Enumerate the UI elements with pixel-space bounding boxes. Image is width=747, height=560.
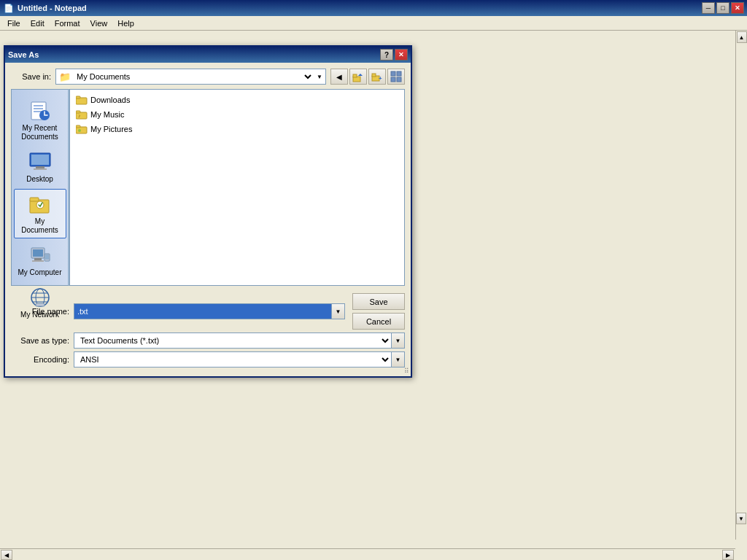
main-scrollbar-horizontal[interactable]: ◀ ▶ <box>0 548 735 560</box>
main-area: Save As ? ✕ Save in: 📁 My Documents ▼ ◀ <box>0 31 747 560</box>
svg-rect-17 <box>34 168 47 170</box>
file-item-downloads[interactable]: Downloads <box>73 93 401 107</box>
filename-input-wrap[interactable]: ▼ <box>74 303 345 319</box>
svg-point-40 <box>78 129 81 132</box>
notepad-icon: 📄 <box>3 2 15 14</box>
dialog-title: Save As <box>8 50 39 59</box>
svg-text:+: + <box>379 75 382 82</box>
svg-rect-8 <box>397 77 401 82</box>
dialog-help-button[interactable]: ? <box>380 49 393 61</box>
encoding-dropdown-arrow[interactable]: ▼ <box>391 352 404 367</box>
encoding-row: Encoding: ANSI Unicode UTF-8 ▼ <box>11 351 405 368</box>
folder-icon-mymusic: ♪ <box>76 109 88 120</box>
svg-rect-15 <box>31 155 49 165</box>
filetype-label: Save as type: <box>11 336 69 345</box>
maximize-button[interactable]: □ <box>716 2 729 14</box>
file-name-mypictures: My Pictures <box>90 125 132 133</box>
folder-icon-downloads <box>76 94 88 106</box>
save-button[interactable]: Save <box>352 293 405 310</box>
save-cancel-buttons: Save Cancel <box>352 293 405 330</box>
desktop-icon <box>28 150 52 174</box>
resize-grip: ⠿ <box>404 368 409 375</box>
file-name-mymusic: My Music <box>90 110 124 119</box>
svg-text:♪: ♪ <box>78 113 81 118</box>
menu-format[interactable]: Format <box>50 18 85 29</box>
view-button[interactable] <box>387 69 405 85</box>
filename-input[interactable] <box>74 304 331 319</box>
menu-file[interactable]: File <box>3 18 25 29</box>
sidebar: My RecentDocuments Desktop <box>11 89 69 286</box>
svg-rect-5 <box>391 71 395 76</box>
dialog-main: My RecentDocuments Desktop <box>11 89 405 286</box>
menu-bar: File Edit Format View Help <box>0 16 747 31</box>
mycomputer-icon <box>28 244 52 267</box>
menu-help[interactable]: Help <box>113 18 139 29</box>
sidebar-recent-label: My RecentDocuments <box>21 124 58 141</box>
encoding-select[interactable]: ANSI Unicode UTF-8 <box>74 352 391 367</box>
filetype-select[interactable]: Text Documents (*.txt) All Files (*.*) <box>74 333 391 348</box>
svg-rect-26 <box>45 254 49 260</box>
main-scrollbar[interactable]: ▲ ▼ <box>735 31 747 540</box>
filename-row: File name: ▼ Save Cancel <box>11 293 405 330</box>
file-item-mypictures[interactable]: My Pictures <box>73 122 401 136</box>
file-item-mymusic[interactable]: ♪ My Music <box>73 107 401 122</box>
sidebar-desktop-label: Desktop <box>26 175 53 184</box>
menu-view[interactable]: View <box>86 18 112 29</box>
mydocs-icon <box>28 192 52 216</box>
dialog-fields: File name: ▼ Save Cancel Save as type: <box>11 290 405 370</box>
save-in-label: Save in: <box>11 72 51 81</box>
dialog-close-button[interactable]: ✕ <box>395 49 408 61</box>
scroll-left-button[interactable]: ◀ <box>1 550 12 560</box>
sidebar-mycomputer-label: My Computer <box>18 268 61 277</box>
dialog-content: Save in: 📁 My Documents ▼ ◀ <box>5 63 411 376</box>
sidebar-item-desktop[interactable]: Desktop <box>14 147 66 187</box>
file-name-downloads: Downloads <box>90 96 130 104</box>
close-button[interactable]: ✕ <box>731 2 744 14</box>
filename-label: File name: <box>11 307 69 316</box>
svg-rect-7 <box>391 77 395 82</box>
svg-rect-6 <box>397 71 401 76</box>
new-folder-button[interactable]: + <box>368 69 386 85</box>
back-button[interactable]: ◀ <box>330 69 348 85</box>
sidebar-item-mydocs[interactable]: My Documents <box>14 189 66 238</box>
filetype-dropdown-arrow[interactable]: ▼ <box>391 333 404 348</box>
save-in-select[interactable]: My Documents <box>74 71 314 82</box>
file-list[interactable]: Downloads ♪ My Music <box>69 89 405 286</box>
save-in-row: Save in: 📁 My Documents ▼ ◀ <box>11 69 405 85</box>
svg-rect-1 <box>353 74 357 77</box>
minimize-button[interactable]: ─ <box>702 2 715 14</box>
svg-rect-39 <box>76 125 80 128</box>
svg-rect-34 <box>76 96 80 98</box>
svg-rect-19 <box>30 198 39 201</box>
svg-rect-16 <box>36 166 44 168</box>
save-as-dialog: Save As ? ✕ Save in: 📁 My Documents ▼ ◀ <box>4 45 412 378</box>
save-in-dropdown[interactable]: 📁 My Documents ▼ <box>55 69 326 85</box>
window-controls: ─ □ ✕ <box>702 2 744 14</box>
svg-rect-3 <box>372 74 376 77</box>
scroll-down-button[interactable]: ▼ <box>736 513 746 524</box>
sidebar-item-recent[interactable]: My RecentDocuments <box>14 96 66 145</box>
scroll-right-button[interactable]: ▶ <box>722 550 734 560</box>
sidebar-item-mycomputer[interactable]: My Computer <box>14 240 66 281</box>
recent-docs-icon <box>28 99 52 122</box>
dialog-title-bar: Save As ? ✕ <box>5 47 411 63</box>
svg-rect-24 <box>32 260 44 262</box>
dialog-title-buttons: ? ✕ <box>380 49 408 61</box>
encoding-label: Encoding: <box>11 355 69 364</box>
window-title-bar: 📄 Untitled - Notepad ─ □ ✕ <box>0 0 747 16</box>
filetype-row: Save as type: Text Documents (*.txt) All… <box>11 332 405 349</box>
toolbar-buttons: ◀ + <box>330 69 405 85</box>
up-folder-button[interactable] <box>349 69 367 85</box>
svg-rect-22 <box>33 249 43 257</box>
cancel-button[interactable]: Cancel <box>352 313 405 330</box>
folder-icon-mypictures <box>76 123 88 135</box>
svg-rect-23 <box>34 258 42 260</box>
window-title: Untitled - Notepad <box>18 4 87 12</box>
filetype-input-wrap[interactable]: Text Documents (*.txt) All Files (*.*) ▼ <box>74 332 405 349</box>
menu-edit[interactable]: Edit <box>26 18 49 29</box>
encoding-input-wrap[interactable]: ANSI Unicode UTF-8 ▼ <box>74 351 405 368</box>
filename-dropdown-arrow[interactable]: ▼ <box>331 304 344 319</box>
scroll-up-button[interactable]: ▲ <box>737 31 747 43</box>
sidebar-mydocs-label: My Documents <box>18 217 63 235</box>
